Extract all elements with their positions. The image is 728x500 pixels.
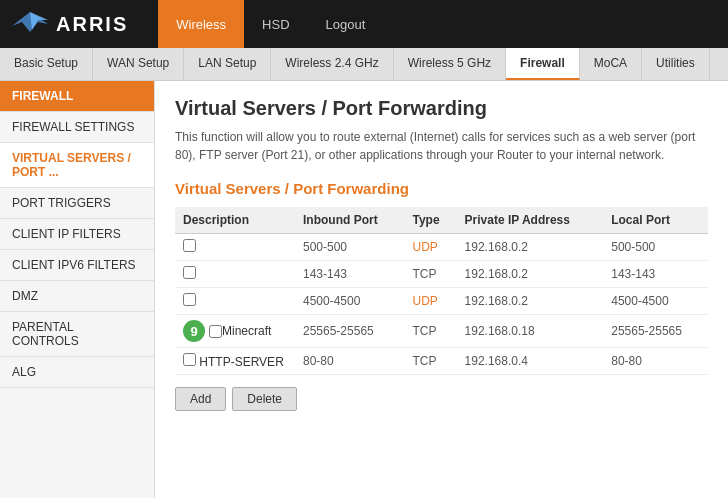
nav-wireless-5[interactable]: Wireless 5 GHz (394, 48, 506, 80)
cell-inbound-port: 143-143 (295, 261, 405, 288)
cell-inbound-port: 500-500 (295, 234, 405, 261)
cell-description: HTTP-SERVER (175, 348, 295, 375)
col-type: Type (405, 207, 457, 234)
nav-logout[interactable]: Logout (308, 0, 384, 48)
row-checkbox-1[interactable] (183, 266, 196, 279)
cell-inbound-port: 80-80 (295, 348, 405, 375)
table-row: 143-143 TCP 192.168.0.2 143-143 (175, 261, 708, 288)
logo: ARRIS (10, 10, 128, 38)
table-row: 4500-4500 UDP 192.168.0.2 4500-4500 (175, 288, 708, 315)
cell-local-port: 25565-25565 (603, 315, 708, 348)
col-local-port: Local Port (603, 207, 708, 234)
sidebar-item-parental-controls[interactable]: PARENTAL CONTROLS (0, 312, 154, 357)
nav-wan-setup[interactable]: WAN Setup (93, 48, 184, 80)
cell-description (175, 288, 295, 315)
row-checkbox-3[interactable] (209, 325, 222, 338)
cell-description (175, 234, 295, 261)
cell-private-ip: 192.168.0.2 (457, 288, 604, 315)
main-layout: FIREWALL FIREWALL SETTINGS VIRTUAL SERVE… (0, 81, 728, 498)
nav-lan-setup[interactable]: LAN Setup (184, 48, 271, 80)
cell-type: TCP (405, 315, 457, 348)
nav-utilities[interactable]: Utilities (642, 48, 710, 80)
row-checkbox-4[interactable] (183, 353, 196, 366)
port-forwarding-table: Description Inbound Port Type Private IP… (175, 207, 708, 375)
second-navigation: Basic Setup WAN Setup LAN Setup Wireless… (0, 48, 728, 81)
top-nav-links: Wireless HSD Logout (158, 0, 383, 48)
cell-type: TCP (405, 348, 457, 375)
cell-inbound-port: 4500-4500 (295, 288, 405, 315)
nav-wireless[interactable]: Wireless (158, 0, 244, 48)
sidebar-item-port-triggers[interactable]: PORT TRIGGERS (0, 188, 154, 219)
cell-description (175, 261, 295, 288)
nav-moca[interactable]: MoCA (580, 48, 642, 80)
page-title: Virtual Servers / Port Forwarding (175, 97, 708, 120)
cell-local-port: 4500-4500 (603, 288, 708, 315)
table-header-row: Description Inbound Port Type Private IP… (175, 207, 708, 234)
cell-private-ip: 192.168.0.2 (457, 261, 604, 288)
sidebar-item-client-ip-filters[interactable]: CLIENT IP FILTERS (0, 219, 154, 250)
content-area: Virtual Servers / Port Forwarding This f… (155, 81, 728, 498)
cell-local-port: 80-80 (603, 348, 708, 375)
row-checkbox-0[interactable] (183, 239, 196, 252)
cell-local-port: 143-143 (603, 261, 708, 288)
svg-marker-0 (12, 12, 48, 32)
sidebar-item-firewall[interactable]: FIREWALL (0, 81, 154, 112)
top-navigation: ARRIS Wireless HSD Logout (0, 0, 728, 48)
add-button[interactable]: Add (175, 387, 226, 411)
logo-icon (10, 10, 50, 38)
brand-name: ARRIS (56, 13, 128, 36)
nav-basic-setup[interactable]: Basic Setup (0, 48, 93, 80)
cell-type: TCP (405, 261, 457, 288)
cell-private-ip: 192.168.0.4 (457, 348, 604, 375)
sidebar-item-client-ipv6-filters[interactable]: CLIENT IPV6 FILTERS (0, 250, 154, 281)
nav-hsd[interactable]: HSD (244, 0, 307, 48)
col-description: Description (175, 207, 295, 234)
table-row: 9 Minecraft 25565-25565 TCP 192.168.0.18… (175, 315, 708, 348)
section-title: Virtual Servers / Port Forwarding (175, 180, 708, 197)
cell-type: UDP (405, 288, 457, 315)
cell-private-ip: 192.168.0.18 (457, 315, 604, 348)
sidebar: FIREWALL FIREWALL SETTINGS VIRTUAL SERVE… (0, 81, 155, 498)
cell-private-ip: 192.168.0.2 (457, 234, 604, 261)
nav-wireless-24[interactable]: Wireless 2.4 GHz (271, 48, 393, 80)
col-inbound-port: Inbound Port (295, 207, 405, 234)
cell-description: 9 Minecraft (175, 315, 295, 348)
nav-firewall[interactable]: Firewall (506, 48, 580, 80)
cell-local-port: 500-500 (603, 234, 708, 261)
action-buttons: Add Delete (175, 387, 708, 411)
row-checkbox-2[interactable] (183, 293, 196, 306)
sidebar-item-firewall-settings[interactable]: FIREWALL SETTINGS (0, 112, 154, 143)
table-row: HTTP-SERVER 80-80 TCP 192.168.0.4 80-80 (175, 348, 708, 375)
delete-button[interactable]: Delete (232, 387, 297, 411)
cell-inbound-port: 25565-25565 (295, 315, 405, 348)
cell-type: UDP (405, 234, 457, 261)
table-row: 500-500 UDP 192.168.0.2 500-500 (175, 234, 708, 261)
col-private-ip: Private IP Address (457, 207, 604, 234)
sidebar-item-dmz[interactable]: DMZ (0, 281, 154, 312)
sidebar-item-virtual-servers[interactable]: VIRTUAL SERVERS / PORT ... (0, 143, 154, 188)
badge-9: 9 (183, 320, 205, 342)
page-description: This function will allow you to route ex… (175, 128, 708, 164)
sidebar-item-alg[interactable]: ALG (0, 357, 154, 388)
